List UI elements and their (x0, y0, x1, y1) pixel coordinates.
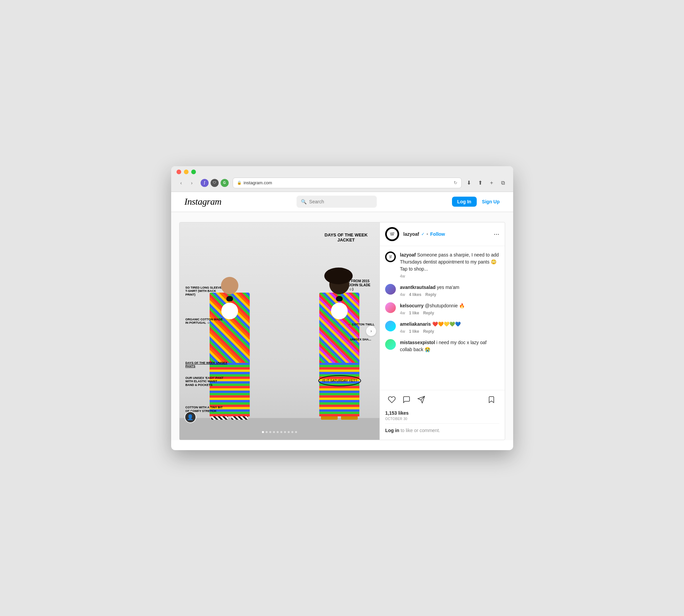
annotation-easy-pant: OUR UNISEX 'EASY' PANT WITH ELASTIC WAIS… (185, 376, 226, 387)
maximize-button[interactable] (191, 170, 196, 174)
dot-2[interactable] (266, 431, 268, 433)
separator: • (427, 232, 428, 237)
extension-icon-3[interactable]: G (221, 179, 229, 187)
dot-10[interactable] (295, 431, 297, 433)
comment-1-username[interactable]: avantkrautsalad (400, 285, 436, 290)
header-actions: Log In Sign Up (452, 197, 500, 207)
post-container: DAYS OF THE WEEK JACKET ARTWORK FROM 201… (179, 222, 505, 440)
browser-window: ‹ › ʃ 🛡 G 🔒 instagram.com ↻ ⬇ (171, 166, 513, 450)
forward-button[interactable]: › (187, 178, 197, 188)
comment-2-likes: 1 like (409, 311, 419, 315)
dot-9[interactable] (291, 431, 293, 433)
extension-icon-2[interactable]: 🛡 (211, 179, 219, 187)
carousel-next-button[interactable]: › (366, 326, 376, 336)
username-row: lazyoaf ✓ • Follow (403, 232, 494, 237)
comment-2: kelsocurry @shutupdonnie 🔥 4w 1 like Rep… (385, 302, 499, 315)
refresh-icon[interactable]: ↻ (454, 180, 457, 185)
caption-item: LAZY lazyoaf Someone pass a sharpie, I n… (385, 251, 499, 279)
search-bar[interactable]: 🔍 (297, 196, 377, 208)
search-input[interactable] (309, 199, 372, 204)
comment-1-avatar[interactable] (385, 284, 396, 294)
comment-3-likes: 1 like (409, 329, 419, 334)
back-button[interactable]: ‹ (177, 178, 186, 188)
new-tab-icon[interactable]: + (487, 178, 497, 188)
login-link[interactable]: Log in (385, 428, 399, 433)
post-right-side: LAZYOAF lazyoaf ✓ • Follow ··· L (380, 222, 504, 440)
caption-body: lazyoaf Someone pass a sharpie, I need t… (400, 251, 499, 279)
caption-text: lazyoaf Someone pass a sharpie, I need t… (400, 251, 499, 272)
comment-1-likes: 4 likes (409, 292, 421, 297)
dot-3[interactable] (269, 431, 271, 433)
verified-badge: ✓ (421, 232, 425, 237)
dot-4[interactable] (273, 431, 275, 433)
comment-1-reply[interactable]: Reply (425, 292, 436, 297)
comment-2-reply[interactable]: Reply (423, 311, 434, 315)
face-sunglasses (226, 296, 233, 301)
post-image-side: DAYS OF THE WEEK JACKET ARTWORK FROM 201… (180, 222, 380, 440)
annotation-organic: ORGANIC COTTON MADE IN PORTUGAL ☺ (185, 318, 226, 325)
share-icon[interactable]: ⬆ (476, 178, 485, 188)
comment-3-reply[interactable]: Reply (423, 329, 434, 334)
caption-username[interactable]: lazyoaf (400, 252, 415, 258)
comment-1-meta: 4w 4 likes Reply (400, 292, 499, 297)
dot-5[interactable] (276, 431, 278, 433)
post-image: DAYS OF THE WEEK JACKET ARTWORK FROM 201… (180, 222, 380, 440)
search-icon: 🔍 (301, 199, 306, 204)
comment-3-text: ameliakanaris ❤️🧡💛💚💙 (400, 321, 499, 328)
tabs-icon[interactable]: ⧉ (499, 178, 508, 188)
comment-3: ameliakanaris ❤️🧡💛💚💙 4w 1 like Reply (385, 321, 499, 334)
toolbar-actions: ⬇ ⬆ + ⧉ (464, 178, 508, 188)
comment-3-avatar[interactable] (385, 321, 396, 331)
comment-button[interactable] (400, 393, 413, 408)
comment-1-text: avantkrautsalad yes ma'am (400, 284, 499, 291)
browser-toolbar: ‹ › ʃ 🛡 G 🔒 instagram.com ↻ ⬇ (177, 178, 508, 192)
like-button[interactable] (385, 393, 398, 408)
login-button[interactable]: Log In (452, 197, 477, 207)
lock-icon: 🔒 (237, 181, 242, 185)
comment-3-meta: 4w 1 like Reply (400, 329, 499, 334)
dot-6[interactable] (280, 431, 282, 433)
download-icon[interactable]: ⬇ (464, 178, 474, 188)
address-bar[interactable]: 🔒 instagram.com ↻ (233, 178, 462, 188)
person-right (319, 274, 359, 420)
login-prompt: Log in to like or comment. (385, 423, 499, 437)
caption-avatar-logo: LAZY (386, 253, 394, 261)
extension-icon-1[interactable]: ʃ (201, 179, 209, 187)
tshirt-graphic (221, 303, 238, 320)
viewer-avatar[interactable]: 👤 (185, 411, 196, 423)
comment-4-username[interactable]: mistassexpistol (400, 340, 435, 345)
saturday-text: IS IT SATURDAY YET? (322, 379, 357, 382)
comment-4: mistassexpistol i need my doc x lazy oaf… (385, 339, 499, 353)
comment-3-content: ❤️🧡💛💚💙 (432, 322, 461, 327)
bookmark-button[interactable] (485, 393, 498, 408)
tshirt-graphic2 (331, 303, 348, 320)
login-prompt-suffix: to like or comment. (401, 428, 440, 433)
account-avatar[interactable]: LAZYOAF (385, 227, 399, 241)
saturday-bubble: IS IT SATURDAY YET? (318, 375, 361, 386)
avatar-logo: LAZYOAF (387, 229, 397, 239)
comment-3-username[interactable]: ameliakanaris (400, 322, 431, 327)
comment-2-username[interactable]: kelsocurry (400, 303, 424, 308)
minimize-button[interactable] (184, 170, 188, 174)
close-button[interactable] (177, 170, 181, 174)
annotation-shirt: SO TIRED LONG SLEEVE T-SHIRT (WITH BACK … (185, 286, 222, 296)
signup-button[interactable]: Sign Up (482, 199, 500, 204)
comment-1: avantkrautsalad yes ma'am 4w 4 likes Rep… (385, 284, 499, 297)
dot-1[interactable] (262, 431, 264, 433)
likes-count: 1,153 likes (385, 410, 499, 416)
instagram-page: Instagram 🔍 Log In Sign Up (171, 192, 513, 440)
more-options-button[interactable]: ··· (494, 230, 499, 238)
comment-2-avatar[interactable] (385, 302, 396, 313)
instagram-logo[interactable]: Instagram (185, 196, 222, 207)
account-username[interactable]: lazyoaf (403, 232, 419, 237)
comment-4-avatar[interactable] (385, 339, 396, 350)
action-buttons-row (385, 393, 499, 408)
dot-8[interactable] (288, 431, 290, 433)
share-button[interactable] (414, 393, 428, 408)
follow-button[interactable]: Follow (430, 232, 445, 237)
instagram-header: Instagram 🔍 Log In Sign Up (171, 192, 513, 212)
dot-7[interactable] (284, 431, 286, 433)
comments-section[interactable]: LAZY lazyoaf Someone pass a sharpie, I n… (380, 246, 504, 390)
comment-2-text: kelsocurry @shutupdonnie 🔥 (400, 302, 499, 309)
comment-3-body: ameliakanaris ❤️🧡💛💚💙 4w 1 like Reply (400, 321, 499, 334)
